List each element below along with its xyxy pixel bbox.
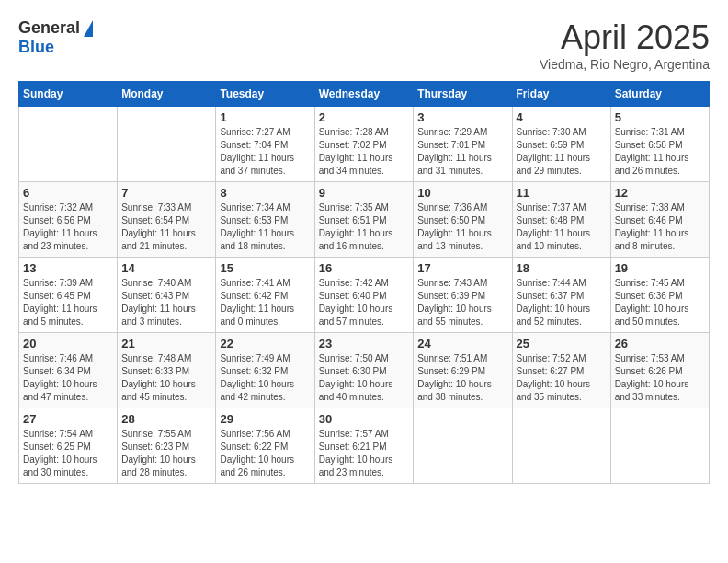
calendar-cell: 4Sunrise: 7:30 AM Sunset: 6:59 PM Daylig…	[512, 107, 610, 182]
logo-general-text: General	[18, 18, 80, 38]
month-year-title: April 2025	[540, 18, 710, 57]
day-number: 18	[517, 261, 607, 275]
day-number: 23	[319, 337, 410, 350]
calendar-day-header: Sunday	[19, 82, 118, 107]
calendar-cell	[512, 408, 610, 484]
day-number: 1	[220, 110, 310, 124]
day-number: 22	[220, 337, 310, 350]
day-number: 10	[417, 186, 507, 200]
day-info: Sunrise: 7:27 AM Sunset: 7:04 PM Dayligh…	[220, 126, 310, 178]
calendar-cell: 16Sunrise: 7:42 AM Sunset: 6:40 PM Dayli…	[314, 258, 414, 333]
calendar-header-row: SundayMondayTuesdayWednesdayThursdayFrid…	[19, 82, 710, 107]
day-number: 17	[417, 261, 507, 275]
day-info: Sunrise: 7:37 AM Sunset: 6:48 PM Dayligh…	[517, 201, 607, 253]
day-number: 6	[23, 186, 113, 200]
calendar-week-row: 6Sunrise: 7:32 AM Sunset: 6:56 PM Daylig…	[19, 182, 710, 258]
day-number: 26	[615, 337, 705, 350]
day-number: 12	[615, 186, 705, 200]
calendar-cell: 12Sunrise: 7:38 AM Sunset: 6:46 PM Dayli…	[610, 182, 709, 258]
calendar-cell: 1Sunrise: 7:27 AM Sunset: 7:04 PM Daylig…	[216, 107, 314, 182]
day-number: 15	[220, 261, 310, 275]
day-number: 3	[417, 110, 507, 124]
day-info: Sunrise: 7:32 AM Sunset: 6:56 PM Dayligh…	[23, 201, 113, 253]
day-info: Sunrise: 7:38 AM Sunset: 6:46 PM Dayligh…	[615, 201, 705, 253]
location-text: Viedma, Rio Negro, Argentina	[540, 57, 710, 72]
day-number: 4	[517, 110, 607, 124]
calendar-cell: 24Sunrise: 7:51 AM Sunset: 6:29 PM Dayli…	[414, 333, 512, 408]
day-info: Sunrise: 7:42 AM Sunset: 6:40 PM Dayligh…	[319, 277, 410, 328]
day-info: Sunrise: 7:34 AM Sunset: 6:53 PM Dayligh…	[220, 201, 310, 253]
logo: General Blue	[18, 18, 93, 57]
day-number: 24	[417, 337, 507, 350]
day-info: Sunrise: 7:29 AM Sunset: 7:01 PM Dayligh…	[417, 126, 507, 178]
day-number: 28	[121, 412, 211, 426]
day-info: Sunrise: 7:57 AM Sunset: 6:21 PM Dayligh…	[319, 428, 410, 479]
day-info: Sunrise: 7:55 AM Sunset: 6:23 PM Dayligh…	[121, 428, 211, 479]
calendar-day-header: Friday	[512, 82, 610, 107]
logo-blue-text: Blue	[18, 38, 54, 57]
calendar-cell	[610, 408, 709, 484]
calendar-day-header: Thursday	[414, 82, 512, 107]
calendar-week-row: 1Sunrise: 7:27 AM Sunset: 7:04 PM Daylig…	[19, 107, 710, 182]
day-info: Sunrise: 7:40 AM Sunset: 6:43 PM Dayligh…	[121, 277, 211, 328]
calendar-cell: 8Sunrise: 7:34 AM Sunset: 6:53 PM Daylig…	[216, 182, 314, 258]
calendar-table: SundayMondayTuesdayWednesdayThursdayFrid…	[18, 81, 710, 484]
calendar-cell: 23Sunrise: 7:50 AM Sunset: 6:30 PM Dayli…	[314, 333, 414, 408]
day-info: Sunrise: 7:36 AM Sunset: 6:50 PM Dayligh…	[417, 201, 507, 253]
day-info: Sunrise: 7:52 AM Sunset: 6:27 PM Dayligh…	[517, 352, 607, 404]
calendar-week-row: 20Sunrise: 7:46 AM Sunset: 6:34 PM Dayli…	[19, 333, 710, 408]
calendar-cell: 19Sunrise: 7:45 AM Sunset: 6:36 PM Dayli…	[610, 258, 709, 333]
calendar-cell: 20Sunrise: 7:46 AM Sunset: 6:34 PM Dayli…	[19, 333, 118, 408]
day-info: Sunrise: 7:33 AM Sunset: 6:54 PM Dayligh…	[121, 201, 211, 253]
day-info: Sunrise: 7:49 AM Sunset: 6:32 PM Dayligh…	[220, 352, 310, 404]
day-number: 20	[23, 337, 113, 350]
calendar-cell: 17Sunrise: 7:43 AM Sunset: 6:39 PM Dayli…	[414, 258, 512, 333]
calendar-cell: 27Sunrise: 7:54 AM Sunset: 6:25 PM Dayli…	[19, 408, 118, 484]
day-info: Sunrise: 7:39 AM Sunset: 6:45 PM Dayligh…	[23, 277, 113, 328]
calendar-cell: 28Sunrise: 7:55 AM Sunset: 6:23 PM Dayli…	[118, 408, 216, 484]
day-number: 30	[319, 412, 410, 426]
calendar-cell: 22Sunrise: 7:49 AM Sunset: 6:32 PM Dayli…	[216, 333, 314, 408]
day-info: Sunrise: 7:43 AM Sunset: 6:39 PM Dayligh…	[417, 277, 507, 328]
day-number: 5	[615, 110, 705, 124]
day-number: 8	[220, 186, 310, 200]
calendar-day-header: Monday	[118, 82, 216, 107]
day-number: 19	[615, 261, 705, 275]
calendar-cell: 26Sunrise: 7:53 AM Sunset: 6:26 PM Dayli…	[610, 333, 709, 408]
day-info: Sunrise: 7:54 AM Sunset: 6:25 PM Dayligh…	[23, 428, 113, 479]
day-info: Sunrise: 7:45 AM Sunset: 6:36 PM Dayligh…	[615, 277, 705, 328]
day-number: 21	[121, 337, 211, 350]
logo-triangle-icon	[84, 20, 93, 37]
day-info: Sunrise: 7:30 AM Sunset: 6:59 PM Dayligh…	[517, 126, 607, 178]
calendar-day-header: Saturday	[610, 82, 709, 107]
calendar-cell: 25Sunrise: 7:52 AM Sunset: 6:27 PM Dayli…	[512, 333, 610, 408]
calendar-cell: 15Sunrise: 7:41 AM Sunset: 6:42 PM Dayli…	[216, 258, 314, 333]
calendar-cell: 13Sunrise: 7:39 AM Sunset: 6:45 PM Dayli…	[19, 258, 118, 333]
day-info: Sunrise: 7:31 AM Sunset: 6:58 PM Dayligh…	[615, 126, 705, 178]
calendar-cell	[19, 107, 118, 182]
calendar-cell: 21Sunrise: 7:48 AM Sunset: 6:33 PM Dayli…	[118, 333, 216, 408]
day-info: Sunrise: 7:28 AM Sunset: 7:02 PM Dayligh…	[319, 126, 410, 178]
day-info: Sunrise: 7:44 AM Sunset: 6:37 PM Dayligh…	[517, 277, 607, 328]
calendar-cell: 11Sunrise: 7:37 AM Sunset: 6:48 PM Dayli…	[512, 182, 610, 258]
calendar-week-row: 27Sunrise: 7:54 AM Sunset: 6:25 PM Dayli…	[19, 408, 710, 484]
calendar-cell	[118, 107, 216, 182]
calendar-cell: 2Sunrise: 7:28 AM Sunset: 7:02 PM Daylig…	[314, 107, 414, 182]
calendar-week-row: 13Sunrise: 7:39 AM Sunset: 6:45 PM Dayli…	[19, 258, 710, 333]
calendar-cell: 7Sunrise: 7:33 AM Sunset: 6:54 PM Daylig…	[118, 182, 216, 258]
calendar-cell: 5Sunrise: 7:31 AM Sunset: 6:58 PM Daylig…	[610, 107, 709, 182]
day-number: 2	[319, 110, 410, 124]
calendar-cell: 10Sunrise: 7:36 AM Sunset: 6:50 PM Dayli…	[414, 182, 512, 258]
day-info: Sunrise: 7:41 AM Sunset: 6:42 PM Dayligh…	[220, 277, 310, 328]
calendar-cell: 3Sunrise: 7:29 AM Sunset: 7:01 PM Daylig…	[414, 107, 512, 182]
day-number: 9	[319, 186, 410, 200]
calendar-cell: 18Sunrise: 7:44 AM Sunset: 6:37 PM Dayli…	[512, 258, 610, 333]
calendar-cell	[414, 408, 512, 484]
calendar-cell: 6Sunrise: 7:32 AM Sunset: 6:56 PM Daylig…	[19, 182, 118, 258]
day-number: 7	[121, 186, 211, 200]
day-info: Sunrise: 7:51 AM Sunset: 6:29 PM Dayligh…	[417, 352, 507, 404]
calendar-cell: 30Sunrise: 7:57 AM Sunset: 6:21 PM Dayli…	[314, 408, 414, 484]
day-number: 16	[319, 261, 410, 275]
title-section: April 2025 Viedma, Rio Negro, Argentina	[540, 18, 710, 72]
calendar-day-header: Tuesday	[216, 82, 314, 107]
